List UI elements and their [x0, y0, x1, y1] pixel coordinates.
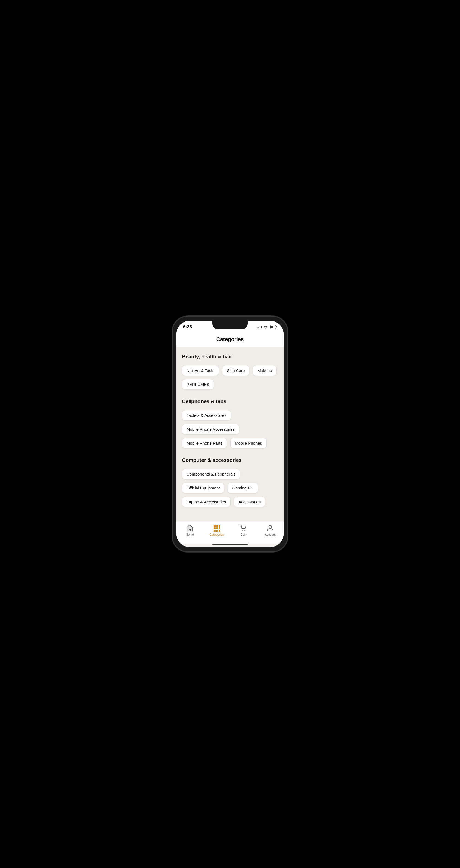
tag-mobile-phone-parts[interactable]: Mobile Phone Parts [182, 438, 227, 448]
phone-screen: 6:23 [177, 321, 283, 547]
section-title-beauty: Beauty, health & hair [182, 354, 278, 360]
tags-cellphones: Tablets & Accessories Mobile Phone Acces… [182, 410, 278, 448]
cart-icon [240, 524, 247, 532]
svg-rect-9 [216, 530, 218, 531]
section-title-cellphones: Cellphones & tabs [182, 399, 278, 404]
nav-item-cart[interactable]: Cart [230, 524, 257, 536]
tag-tablets-accessories[interactable]: Tablets & Accessories [182, 410, 231, 421]
svg-rect-5 [214, 527, 216, 529]
tag-laptop-accessories[interactable]: Laptop & Accessories [182, 497, 231, 507]
svg-point-12 [244, 530, 245, 531]
svg-rect-8 [214, 530, 216, 531]
tag-makeup[interactable]: Makeup [253, 365, 276, 376]
tag-nail-art[interactable]: Nail Art & Tools [182, 365, 219, 376]
categories-content: Beauty, health & hair Nail Art & Tools S… [177, 347, 283, 521]
section-cellphones: Cellphones & tabs Tablets & Accessories … [182, 399, 278, 448]
phone-frame: 6:23 [173, 316, 287, 552]
svg-rect-1 [270, 326, 273, 328]
svg-rect-2 [214, 525, 216, 527]
svg-point-11 [242, 530, 243, 531]
nav-item-categories[interactable]: Categories [203, 524, 230, 536]
svg-rect-3 [216, 525, 218, 527]
page-title: Categories [216, 336, 244, 342]
nav-label-cart: Cart [241, 533, 246, 536]
tag-mobile-phones[interactable]: Mobile Phones [230, 438, 267, 448]
section-title-computers: Computer & accessories [182, 457, 278, 463]
nav-label-home: Home [186, 533, 194, 536]
battery-icon [270, 325, 277, 329]
section-beauty: Beauty, health & hair Nail Art & Tools S… [182, 354, 278, 390]
svg-rect-6 [216, 527, 218, 529]
notch [212, 321, 248, 329]
tag-gaming-pc[interactable]: Gaming PC [227, 483, 258, 493]
nav-label-account: Account [265, 533, 276, 536]
nav-item-home[interactable]: Home [177, 524, 203, 536]
tags-beauty: Nail Art & Tools Skin Care Makeup PERFUM… [182, 365, 278, 390]
account-icon [266, 524, 274, 532]
svg-rect-4 [218, 525, 220, 527]
svg-point-13 [269, 526, 272, 528]
status-bar: 6:23 [177, 321, 283, 333]
nav-label-categories: Categories [209, 533, 224, 536]
categories-icon [213, 524, 220, 532]
tag-official-equipment[interactable]: Official Equipment [182, 483, 224, 493]
home-icon [186, 524, 194, 532]
svg-rect-10 [218, 530, 220, 531]
tag-skin-care[interactable]: Skin Care [222, 365, 249, 376]
signal-icon [257, 326, 262, 328]
app-header: Categories [177, 333, 283, 347]
tag-perfumes[interactable]: PERFUMES [182, 379, 214, 390]
home-indicator [212, 544, 248, 545]
svg-rect-7 [218, 527, 220, 529]
status-icons [257, 325, 277, 329]
tag-components-peripherals[interactable]: Components & Peripherals [182, 469, 240, 479]
section-computers: Computer & accessories Components & Peri… [182, 457, 278, 507]
tag-mobile-phone-accessories[interactable]: Mobile Phone Accessories [182, 424, 239, 435]
wifi-icon [263, 325, 268, 329]
tags-computers: Components & Peripherals Official Equipm… [182, 469, 278, 507]
nav-item-account[interactable]: Account [257, 524, 283, 536]
tag-accessories[interactable]: Accessories [234, 497, 265, 507]
bottom-nav: Home Categories [177, 521, 283, 544]
status-time: 6:23 [183, 324, 192, 330]
